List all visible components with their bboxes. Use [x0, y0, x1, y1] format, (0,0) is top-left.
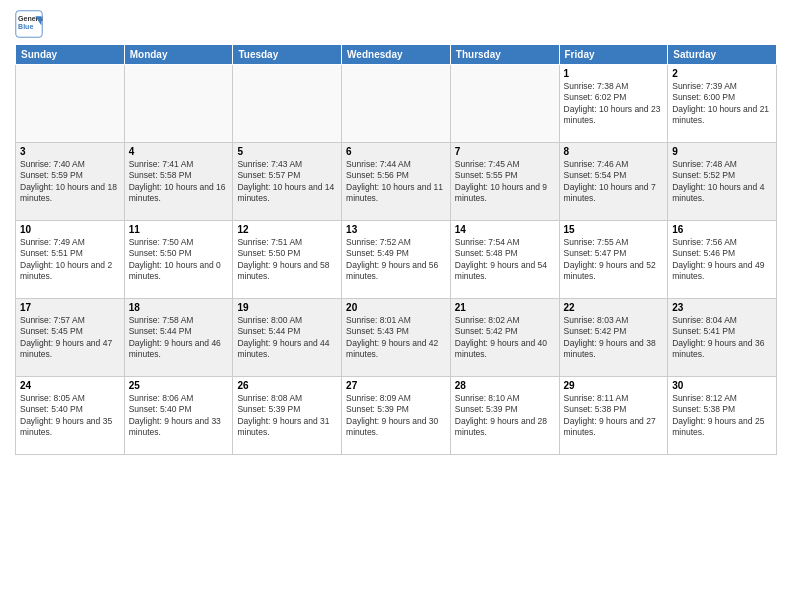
calendar-cell: 22Sunrise: 8:03 AMSunset: 5:42 PMDayligh… — [559, 299, 668, 377]
day-number: 9 — [672, 146, 772, 157]
calendar-cell: 30Sunrise: 8:12 AMSunset: 5:38 PMDayligh… — [668, 377, 777, 455]
day-info: Sunrise: 7:48 AMSunset: 5:52 PMDaylight:… — [672, 159, 772, 205]
day-number: 29 — [564, 380, 664, 391]
calendar-cell: 17Sunrise: 7:57 AMSunset: 5:45 PMDayligh… — [16, 299, 125, 377]
calendar-cell: 27Sunrise: 8:09 AMSunset: 5:39 PMDayligh… — [342, 377, 451, 455]
calendar-cell: 18Sunrise: 7:58 AMSunset: 5:44 PMDayligh… — [124, 299, 233, 377]
weekday-header-saturday: Saturday — [668, 45, 777, 65]
day-info: Sunrise: 7:41 AMSunset: 5:58 PMDaylight:… — [129, 159, 229, 205]
calendar-cell: 5Sunrise: 7:43 AMSunset: 5:57 PMDaylight… — [233, 143, 342, 221]
logo-icon: General Blue — [15, 10, 43, 38]
calendar-cell: 13Sunrise: 7:52 AMSunset: 5:49 PMDayligh… — [342, 221, 451, 299]
weekday-header-sunday: Sunday — [16, 45, 125, 65]
calendar-cell: 23Sunrise: 8:04 AMSunset: 5:41 PMDayligh… — [668, 299, 777, 377]
week-row-5: 24Sunrise: 8:05 AMSunset: 5:40 PMDayligh… — [16, 377, 777, 455]
day-info: Sunrise: 8:12 AMSunset: 5:38 PMDaylight:… — [672, 393, 772, 439]
day-number: 30 — [672, 380, 772, 391]
calendar-cell: 16Sunrise: 7:56 AMSunset: 5:46 PMDayligh… — [668, 221, 777, 299]
day-info: Sunrise: 7:54 AMSunset: 5:48 PMDaylight:… — [455, 237, 555, 283]
calendar-cell: 21Sunrise: 8:02 AMSunset: 5:42 PMDayligh… — [450, 299, 559, 377]
weekday-header-thursday: Thursday — [450, 45, 559, 65]
weekday-header-wednesday: Wednesday — [342, 45, 451, 65]
calendar-cell: 19Sunrise: 8:00 AMSunset: 5:44 PMDayligh… — [233, 299, 342, 377]
calendar-cell: 8Sunrise: 7:46 AMSunset: 5:54 PMDaylight… — [559, 143, 668, 221]
calendar-cell: 11Sunrise: 7:50 AMSunset: 5:50 PMDayligh… — [124, 221, 233, 299]
day-info: Sunrise: 8:03 AMSunset: 5:42 PMDaylight:… — [564, 315, 664, 361]
day-info: Sunrise: 8:09 AMSunset: 5:39 PMDaylight:… — [346, 393, 446, 439]
day-info: Sunrise: 8:08 AMSunset: 5:39 PMDaylight:… — [237, 393, 337, 439]
day-info: Sunrise: 7:55 AMSunset: 5:47 PMDaylight:… — [564, 237, 664, 283]
calendar-cell: 9Sunrise: 7:48 AMSunset: 5:52 PMDaylight… — [668, 143, 777, 221]
day-info: Sunrise: 8:00 AMSunset: 5:44 PMDaylight:… — [237, 315, 337, 361]
day-number: 28 — [455, 380, 555, 391]
calendar-cell — [16, 65, 125, 143]
calendar-cell: 15Sunrise: 7:55 AMSunset: 5:47 PMDayligh… — [559, 221, 668, 299]
day-info: Sunrise: 7:43 AMSunset: 5:57 PMDaylight:… — [237, 159, 337, 205]
day-info: Sunrise: 8:04 AMSunset: 5:41 PMDaylight:… — [672, 315, 772, 361]
day-number: 15 — [564, 224, 664, 235]
day-number: 21 — [455, 302, 555, 313]
weekday-header-tuesday: Tuesday — [233, 45, 342, 65]
day-number: 24 — [20, 380, 120, 391]
day-number: 19 — [237, 302, 337, 313]
calendar-cell: 3Sunrise: 7:40 AMSunset: 5:59 PMDaylight… — [16, 143, 125, 221]
day-info: Sunrise: 7:58 AMSunset: 5:44 PMDaylight:… — [129, 315, 229, 361]
logo: General Blue — [15, 10, 47, 38]
weekday-header-friday: Friday — [559, 45, 668, 65]
day-info: Sunrise: 7:46 AMSunset: 5:54 PMDaylight:… — [564, 159, 664, 205]
calendar-cell — [124, 65, 233, 143]
day-number: 17 — [20, 302, 120, 313]
weekday-header-row: SundayMondayTuesdayWednesdayThursdayFrid… — [16, 45, 777, 65]
week-row-3: 10Sunrise: 7:49 AMSunset: 5:51 PMDayligh… — [16, 221, 777, 299]
calendar-cell: 10Sunrise: 7:49 AMSunset: 5:51 PMDayligh… — [16, 221, 125, 299]
calendar-cell — [450, 65, 559, 143]
weekday-header-monday: Monday — [124, 45, 233, 65]
day-info: Sunrise: 7:44 AMSunset: 5:56 PMDaylight:… — [346, 159, 446, 205]
day-info: Sunrise: 8:10 AMSunset: 5:39 PMDaylight:… — [455, 393, 555, 439]
calendar-cell: 25Sunrise: 8:06 AMSunset: 5:40 PMDayligh… — [124, 377, 233, 455]
day-number: 14 — [455, 224, 555, 235]
day-info: Sunrise: 7:39 AMSunset: 6:00 PMDaylight:… — [672, 81, 772, 127]
calendar-table: SundayMondayTuesdayWednesdayThursdayFrid… — [15, 44, 777, 455]
day-info: Sunrise: 8:01 AMSunset: 5:43 PMDaylight:… — [346, 315, 446, 361]
calendar-cell: 24Sunrise: 8:05 AMSunset: 5:40 PMDayligh… — [16, 377, 125, 455]
calendar-cell: 20Sunrise: 8:01 AMSunset: 5:43 PMDayligh… — [342, 299, 451, 377]
day-number: 25 — [129, 380, 229, 391]
day-number: 20 — [346, 302, 446, 313]
day-number: 3 — [20, 146, 120, 157]
day-info: Sunrise: 7:50 AMSunset: 5:50 PMDaylight:… — [129, 237, 229, 283]
day-number: 22 — [564, 302, 664, 313]
calendar-cell — [233, 65, 342, 143]
day-number: 2 — [672, 68, 772, 79]
day-info: Sunrise: 8:02 AMSunset: 5:42 PMDaylight:… — [455, 315, 555, 361]
calendar-cell: 2Sunrise: 7:39 AMSunset: 6:00 PMDaylight… — [668, 65, 777, 143]
calendar-cell: 26Sunrise: 8:08 AMSunset: 5:39 PMDayligh… — [233, 377, 342, 455]
calendar-cell: 6Sunrise: 7:44 AMSunset: 5:56 PMDaylight… — [342, 143, 451, 221]
calendar-cell: 1Sunrise: 7:38 AMSunset: 6:02 PMDaylight… — [559, 65, 668, 143]
day-info: Sunrise: 7:38 AMSunset: 6:02 PMDaylight:… — [564, 81, 664, 127]
header: General Blue — [15, 10, 777, 38]
day-number: 23 — [672, 302, 772, 313]
day-info: Sunrise: 8:05 AMSunset: 5:40 PMDaylight:… — [20, 393, 120, 439]
day-info: Sunrise: 7:52 AMSunset: 5:49 PMDaylight:… — [346, 237, 446, 283]
day-info: Sunrise: 7:45 AMSunset: 5:55 PMDaylight:… — [455, 159, 555, 205]
day-info: Sunrise: 7:57 AMSunset: 5:45 PMDaylight:… — [20, 315, 120, 361]
svg-text:Blue: Blue — [18, 23, 33, 30]
calendar-cell: 29Sunrise: 8:11 AMSunset: 5:38 PMDayligh… — [559, 377, 668, 455]
calendar-cell — [342, 65, 451, 143]
day-number: 13 — [346, 224, 446, 235]
day-number: 11 — [129, 224, 229, 235]
day-number: 5 — [237, 146, 337, 157]
day-number: 8 — [564, 146, 664, 157]
page: General Blue SundayMondayTuesdayWednesda… — [0, 0, 792, 612]
day-info: Sunrise: 7:56 AMSunset: 5:46 PMDaylight:… — [672, 237, 772, 283]
day-number: 27 — [346, 380, 446, 391]
day-number: 10 — [20, 224, 120, 235]
day-number: 18 — [129, 302, 229, 313]
day-number: 16 — [672, 224, 772, 235]
day-info: Sunrise: 7:49 AMSunset: 5:51 PMDaylight:… — [20, 237, 120, 283]
week-row-1: 1Sunrise: 7:38 AMSunset: 6:02 PMDaylight… — [16, 65, 777, 143]
day-number: 1 — [564, 68, 664, 79]
day-number: 12 — [237, 224, 337, 235]
week-row-2: 3Sunrise: 7:40 AMSunset: 5:59 PMDaylight… — [16, 143, 777, 221]
